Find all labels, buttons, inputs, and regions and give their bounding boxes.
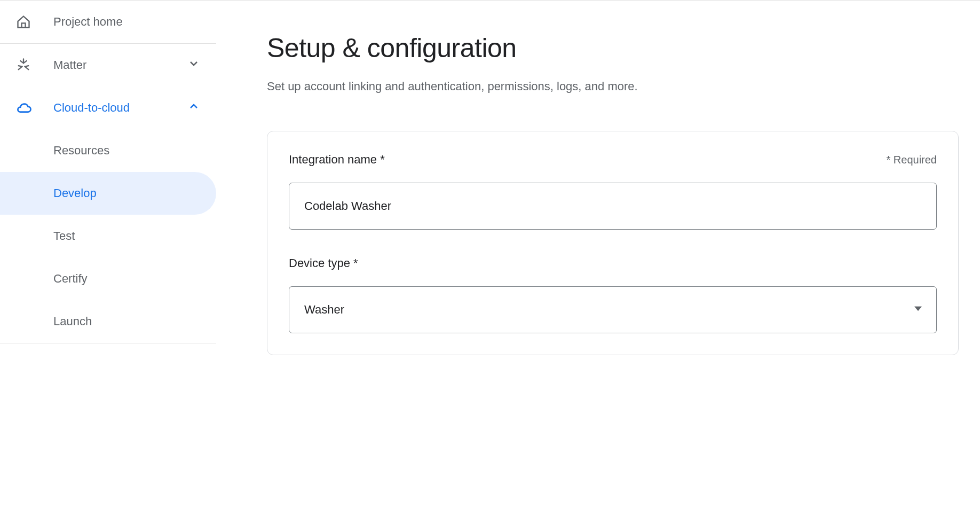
- nav-matter[interactable]: Matter: [0, 44, 216, 87]
- nav-project-home-label: Project home: [53, 15, 200, 29]
- chevron-up-icon: [187, 100, 200, 116]
- subnav-resources[interactable]: Resources: [0, 129, 216, 172]
- required-note: * Required: [886, 154, 937, 166]
- device-type-value: Washer: [304, 303, 344, 317]
- subnav-launch-label: Launch: [53, 315, 92, 328]
- cloud-to-cloud-subnav: Resources Develop Test Certify Launch: [0, 129, 216, 343]
- device-type-group: Device type * Washer: [289, 256, 937, 333]
- page-subtitle: Set up account linking and authenticatio…: [267, 80, 959, 93]
- svg-line-5: [19, 66, 22, 66]
- integration-name-group: Integration name * * Required: [289, 153, 937, 230]
- config-card: Integration name * * Required Device typ…: [267, 131, 959, 355]
- subnav-launch[interactable]: Launch: [0, 300, 216, 343]
- nav-cloud-to-cloud[interactable]: Cloud-to-cloud: [0, 87, 216, 129]
- device-type-label: Device type *: [289, 256, 358, 270]
- subnav-test-label: Test: [53, 229, 75, 243]
- device-type-select[interactable]: Washer: [289, 286, 937, 333]
- home-icon: [16, 14, 53, 29]
- subnav-certify-label: Certify: [53, 272, 88, 286]
- integration-name-label: Integration name *: [289, 153, 385, 167]
- subnav-test[interactable]: Test: [0, 215, 216, 257]
- cloud-icon: [16, 100, 53, 116]
- subnav-certify[interactable]: Certify: [0, 257, 216, 300]
- page-title: Setup & configuration: [267, 33, 959, 64]
- nav-cloud-to-cloud-label: Cloud-to-cloud: [53, 101, 187, 115]
- sidebar: Project home Matter: [0, 1, 216, 517]
- nav-project-home[interactable]: Project home: [0, 1, 216, 43]
- subnav-develop[interactable]: Develop: [0, 172, 216, 215]
- matter-icon: [16, 58, 53, 73]
- subnav-resources-label: Resources: [53, 144, 109, 158]
- integration-name-input[interactable]: [289, 183, 937, 230]
- main-content: Setup & configuration Set up account lin…: [216, 1, 980, 517]
- chevron-down-icon: [187, 57, 200, 73]
- svg-line-3: [20, 61, 23, 63]
- svg-line-6: [26, 66, 29, 66]
- subnav-develop-label: Develop: [53, 186, 97, 200]
- svg-line-4: [24, 61, 27, 63]
- nav-matter-label: Matter: [53, 58, 187, 72]
